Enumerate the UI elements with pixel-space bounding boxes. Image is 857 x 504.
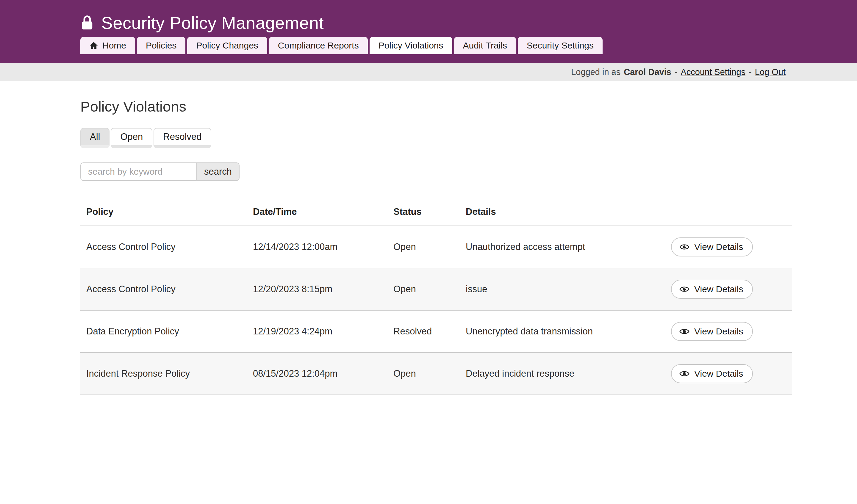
cell-status: Open [387,226,460,268]
status-filter-group: All Open Resolved [80,128,211,148]
view-details-button[interactable]: View Details [671,280,753,299]
cell-status: Resolved [387,310,460,353]
cell-details: issue [460,268,665,310]
cell-datetime: 08/15/2023 12:04pm [247,353,387,395]
home-icon [89,41,98,50]
search-input[interactable] [80,163,197,181]
nav-tab-audit-trails[interactable]: Audit Trails [454,37,516,54]
app-header: Security Policy Management Home Policies… [0,0,857,63]
column-header-details: Details [460,199,665,226]
cell-datetime: 12/14/2023 12:00am [247,226,387,268]
nav-tab-label: Policies [146,40,177,51]
violations-table: Policy Date/Time Status Details Access C… [80,199,792,395]
cell-status: Open [387,268,460,310]
column-header-policy: Policy [80,199,247,226]
nav-tab-label: Audit Trails [463,40,507,51]
view-details-label: View Details [694,369,743,379]
cell-details: Unauthorized access attempt [460,226,665,268]
user-bar: Logged in as Carol Davis - Account Setti… [0,63,857,81]
username: Carol Davis [624,67,671,77]
nav-tab-label: Policy Violations [379,40,443,51]
nav-tab-label: Home [102,40,126,51]
table-row: Access Control Policy 12/14/2023 12:00am… [80,226,792,268]
nav-tab-compliance-reports[interactable]: Compliance Reports [269,37,368,54]
eye-icon [679,327,689,335]
cell-details: Unencrypted data transmission [460,310,665,353]
cell-details: Delayed incident response [460,353,665,395]
cell-datetime: 12/20/2023 8:15pm [247,268,387,310]
cell-policy: Data Encryption Policy [80,310,247,353]
page-title: Policy Violations [80,98,792,115]
view-details-label: View Details [694,284,743,294]
cell-action: View Details [665,310,792,353]
filter-open-button[interactable]: Open [111,128,152,148]
view-details-label: View Details [694,242,743,252]
app-title: Security Policy Management [101,13,324,33]
cell-action: View Details [665,353,792,395]
cell-action: View Details [665,226,792,268]
nav-tab-security-settings[interactable]: Security Settings [518,37,603,54]
filter-all-button[interactable]: All [80,128,110,148]
nav-tab-policy-changes[interactable]: Policy Changes [187,37,267,54]
cell-policy: Access Control Policy [80,226,247,268]
main-nav: Home Policies Policy Changes Compliance … [80,36,857,54]
search-button[interactable]: search [197,163,239,181]
nav-tab-label: Policy Changes [196,40,258,51]
column-header-datetime: Date/Time [247,199,387,226]
view-details-button[interactable]: View Details [671,237,753,256]
table-row: Incident Response Policy 08/15/2023 12:0… [80,353,792,395]
nav-tab-label: Security Settings [527,40,594,51]
separator: - [749,67,752,77]
cell-datetime: 12/19/2023 4:24pm [247,310,387,353]
view-details-button[interactable]: View Details [671,364,753,383]
account-settings-link[interactable]: Account Settings [681,67,746,77]
logout-link[interactable]: Log Out [755,67,786,77]
column-header-status: Status [387,199,460,226]
nav-tab-policies[interactable]: Policies [137,37,185,54]
table-row: Data Encryption Policy 12/19/2023 4:24pm… [80,310,792,353]
nav-tab-label: Compliance Reports [278,40,359,51]
separator: - [675,67,677,77]
brand: Security Policy Management [80,9,857,36]
lock-icon [80,15,94,31]
nav-tab-policy-violations[interactable]: Policy Violations [370,37,452,54]
column-header-action [665,199,792,226]
cell-status: Open [387,353,460,395]
table-header-row: Policy Date/Time Status Details [80,199,792,226]
search-row: search [80,163,792,181]
eye-icon [679,243,689,251]
table-row: Access Control Policy 12/20/2023 8:15pm … [80,268,792,310]
cell-policy: Access Control Policy [80,268,247,310]
cell-action: View Details [665,268,792,310]
eye-icon [679,370,689,377]
view-details-button[interactable]: View Details [671,322,753,341]
nav-tab-home[interactable]: Home [80,37,135,54]
view-details-label: View Details [694,326,743,336]
logged-in-text: Logged in as [571,67,620,77]
filter-resolved-button[interactable]: Resolved [154,128,211,148]
cell-policy: Incident Response Policy [80,353,247,395]
eye-icon [679,285,689,293]
main-content: Policy Violations All Open Resolved sear… [80,98,792,395]
